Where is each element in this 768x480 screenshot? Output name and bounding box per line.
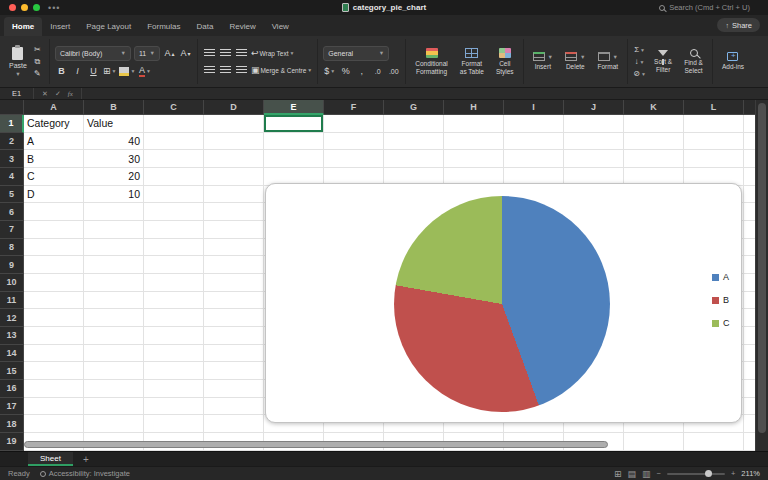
cell-A18[interactable] bbox=[24, 415, 84, 433]
cell-D12[interactable] bbox=[204, 309, 264, 327]
cell-A17[interactable] bbox=[24, 398, 84, 416]
font-name-dropdown[interactable]: Calibri (Body) ▼ bbox=[55, 46, 131, 61]
cell-B16[interactable] bbox=[84, 380, 144, 398]
cell-E1[interactable] bbox=[264, 115, 324, 133]
currency-format-button[interactable]: $▼ bbox=[323, 65, 336, 78]
align-top-button[interactable] bbox=[203, 47, 216, 60]
cell-D15[interactable] bbox=[204, 362, 264, 380]
row-header-14[interactable]: 14 bbox=[0, 345, 24, 363]
cell-D3[interactable] bbox=[204, 150, 264, 168]
cell-G1[interactable] bbox=[384, 115, 444, 133]
tab-view[interactable]: View bbox=[264, 17, 297, 36]
cell-I2[interactable] bbox=[504, 133, 564, 151]
bold-button[interactable]: B bbox=[55, 65, 68, 78]
fill-button[interactable]: ↓▼ bbox=[633, 56, 646, 67]
cut-button[interactable]: ✂ bbox=[31, 44, 44, 55]
page-break-view-icon[interactable]: ▥ bbox=[642, 469, 651, 479]
cell-B9[interactable] bbox=[84, 256, 144, 274]
cell-D14[interactable] bbox=[204, 345, 264, 363]
cell-D16[interactable] bbox=[204, 380, 264, 398]
row-header-15[interactable]: 15 bbox=[0, 362, 24, 380]
column-header-D[interactable]: D bbox=[204, 100, 264, 115]
insert-function-icon[interactable]: fx bbox=[68, 90, 73, 98]
cell-A9[interactable] bbox=[24, 256, 84, 274]
cell-K1[interactable] bbox=[624, 115, 684, 133]
find-select-button[interactable]: Find &Select bbox=[680, 49, 707, 74]
decrease-font-size-button[interactable]: A▾ bbox=[179, 47, 192, 60]
italic-button[interactable]: I bbox=[71, 65, 84, 78]
cell-H3[interactable] bbox=[444, 150, 504, 168]
cell-B3[interactable]: 30 bbox=[84, 150, 144, 168]
pie-chart-object[interactable]: ABC bbox=[265, 183, 742, 423]
confirm-entry-icon[interactable]: ✓ bbox=[55, 90, 61, 98]
cell-A1[interactable]: Category bbox=[24, 115, 84, 133]
cell-C10[interactable] bbox=[144, 274, 204, 292]
cell-I3[interactable] bbox=[504, 150, 564, 168]
cell-L1[interactable] bbox=[684, 115, 744, 133]
tab-data[interactable]: Data bbox=[189, 17, 222, 36]
align-right-button[interactable] bbox=[235, 64, 248, 77]
cell-C11[interactable] bbox=[144, 292, 204, 310]
cell-D18[interactable] bbox=[204, 415, 264, 433]
cell-E3[interactable] bbox=[264, 150, 324, 168]
cell-D17[interactable] bbox=[204, 398, 264, 416]
cell-I1[interactable] bbox=[504, 115, 564, 133]
clear-button[interactable]: ⊘▼ bbox=[633, 68, 646, 79]
paste-button[interactable]: Paste ▼ bbox=[9, 47, 27, 77]
cell-J3[interactable] bbox=[564, 150, 624, 168]
cell-C18[interactable] bbox=[144, 415, 204, 433]
row-header-1[interactable]: 1 bbox=[0, 115, 24, 133]
cell-A16[interactable] bbox=[24, 380, 84, 398]
underline-button[interactable]: U bbox=[87, 65, 100, 78]
cell-B13[interactable] bbox=[84, 327, 144, 345]
insert-cells-button[interactable]: ▼ Insert bbox=[529, 52, 557, 70]
cell-A4[interactable]: C bbox=[24, 168, 84, 186]
cell-D10[interactable] bbox=[204, 274, 264, 292]
increase-decimal-button[interactable]: .0 bbox=[371, 65, 384, 78]
cell-F1[interactable] bbox=[324, 115, 384, 133]
column-header-F[interactable]: F bbox=[324, 100, 384, 115]
cell-B6[interactable] bbox=[84, 203, 144, 221]
copy-button[interactable]: ⧉ bbox=[31, 56, 44, 67]
column-header-J[interactable]: J bbox=[564, 100, 624, 115]
name-box[interactable]: E1 bbox=[0, 88, 34, 99]
column-header-L[interactable]: L bbox=[684, 100, 744, 115]
cell-A7[interactable] bbox=[24, 221, 84, 239]
row-header-16[interactable]: 16 bbox=[0, 380, 24, 398]
cell-K2[interactable] bbox=[624, 133, 684, 151]
select-all-corner[interactable] bbox=[0, 100, 24, 115]
cell-B12[interactable] bbox=[84, 309, 144, 327]
cell-J1[interactable] bbox=[564, 115, 624, 133]
cell-C7[interactable] bbox=[144, 221, 204, 239]
row-header-19[interactable]: 19 bbox=[0, 433, 24, 451]
align-left-button[interactable] bbox=[203, 64, 216, 77]
cell-D4[interactable] bbox=[204, 168, 264, 186]
cell-B18[interactable] bbox=[84, 415, 144, 433]
cell-F2[interactable] bbox=[324, 133, 384, 151]
tab-page-layout[interactable]: Page Layout bbox=[78, 17, 139, 36]
row-header-7[interactable]: 7 bbox=[0, 221, 24, 239]
cell-B2[interactable]: 40 bbox=[84, 133, 144, 151]
normal-view-icon[interactable]: ⊞ bbox=[614, 469, 622, 479]
column-header-E[interactable]: E bbox=[264, 100, 324, 115]
row-header-2[interactable]: 2 bbox=[0, 133, 24, 151]
cell-C1[interactable] bbox=[144, 115, 204, 133]
cell-D5[interactable] bbox=[204, 186, 264, 204]
autosum-button[interactable]: Σ▼ bbox=[633, 44, 646, 55]
font-size-dropdown[interactable]: 11 ▼ bbox=[134, 46, 160, 61]
zoom-out-button[interactable]: − bbox=[657, 469, 661, 478]
zoom-slider[interactable] bbox=[667, 473, 725, 475]
fill-color-button[interactable]: ▼ bbox=[119, 65, 135, 78]
format-as-table-button[interactable]: Formatas Table bbox=[456, 48, 488, 75]
increase-font-size-button[interactable]: A▴ bbox=[163, 47, 176, 60]
formula-input[interactable] bbox=[82, 88, 768, 99]
cell-B7[interactable] bbox=[84, 221, 144, 239]
cell-B15[interactable] bbox=[84, 362, 144, 380]
zoom-window-button[interactable] bbox=[33, 4, 40, 11]
font-color-button[interactable]: A▼ bbox=[138, 65, 151, 78]
cell-C13[interactable] bbox=[144, 327, 204, 345]
delete-cells-button[interactable]: ▼ Delete bbox=[561, 52, 589, 70]
cell-styles-button[interactable]: CellStyles bbox=[492, 48, 518, 75]
cell-K19[interactable] bbox=[624, 433, 684, 451]
cell-D8[interactable] bbox=[204, 239, 264, 257]
